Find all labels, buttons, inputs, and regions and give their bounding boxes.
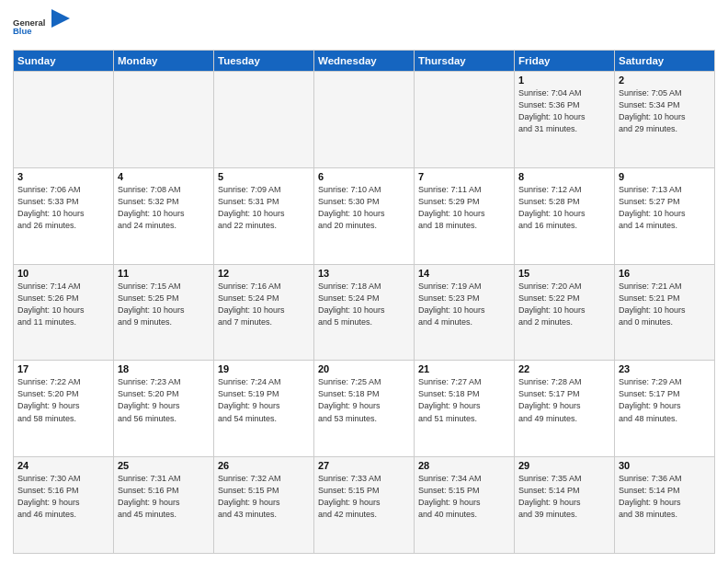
day-cell-10: 10Sunrise: 7:14 AMSunset: 5:26 PMDayligh… — [14, 264, 114, 361]
weekday-header-saturday: Saturday — [615, 51, 715, 72]
day-cell-24: 24Sunrise: 7:30 AMSunset: 5:16 PMDayligh… — [14, 457, 114, 554]
day-cell-6: 6Sunrise: 7:10 AMSunset: 5:30 PMDaylight… — [314, 167, 415, 264]
day-cell-22: 22Sunrise: 7:28 AMSunset: 5:17 PMDayligh… — [515, 361, 615, 457]
day-number: 28 — [418, 460, 510, 471]
weekday-header-row: SundayMondayTuesdayWednesdayThursdayFrid… — [14, 51, 715, 72]
day-number: 2 — [619, 75, 711, 86]
day-number: 22 — [518, 363, 610, 374]
week-row-4: 17Sunrise: 7:22 AMSunset: 5:20 PMDayligh… — [14, 361, 715, 457]
day-info: Sunrise: 7:14 AMSunset: 5:26 PMDaylight:… — [17, 281, 109, 328]
day-info: Sunrise: 7:31 AMSunset: 5:16 PMDaylight:… — [118, 473, 210, 521]
day-cell-16: 16Sunrise: 7:21 AMSunset: 5:21 PMDayligh… — [615, 264, 715, 361]
day-cell-29: 29Sunrise: 7:35 AMSunset: 5:14 PMDayligh… — [515, 457, 615, 554]
day-info: Sunrise: 7:21 AMSunset: 5:21 PMDaylight:… — [619, 281, 711, 328]
day-number: 15 — [518, 268, 610, 279]
day-info: Sunrise: 7:32 AMSunset: 5:15 PMDaylight:… — [218, 473, 310, 521]
day-cell-15: 15Sunrise: 7:20 AMSunset: 5:22 PMDayligh… — [515, 264, 615, 361]
day-cell-14: 14Sunrise: 7:19 AMSunset: 5:23 PMDayligh… — [415, 264, 515, 361]
day-cell-27: 27Sunrise: 7:33 AMSunset: 5:15 PMDayligh… — [314, 457, 415, 554]
day-cell-28: 28Sunrise: 7:34 AMSunset: 5:15 PMDayligh… — [415, 457, 515, 554]
day-cell-12: 12Sunrise: 7:16 AMSunset: 5:24 PMDayligh… — [214, 264, 314, 361]
day-info: Sunrise: 7:35 AMSunset: 5:14 PMDaylight:… — [518, 473, 610, 521]
day-cell-3: 3Sunrise: 7:06 AMSunset: 5:33 PMDaylight… — [14, 167, 114, 264]
logo-svg: General Blue — [13, 9, 48, 44]
day-number: 17 — [17, 363, 109, 374]
empty-cell-0-2 — [214, 72, 314, 168]
empty-cell-0-3 — [314, 72, 415, 168]
day-info: Sunrise: 7:16 AMSunset: 5:24 PMDaylight:… — [218, 281, 310, 328]
day-cell-11: 11Sunrise: 7:15 AMSunset: 5:25 PMDayligh… — [114, 264, 214, 361]
day-info: Sunrise: 7:23 AMSunset: 5:20 PMDaylight:… — [118, 376, 210, 424]
day-number: 20 — [318, 363, 410, 374]
day-info: Sunrise: 7:10 AMSunset: 5:30 PMDaylight:… — [318, 184, 410, 232]
day-cell-25: 25Sunrise: 7:31 AMSunset: 5:16 PMDayligh… — [114, 457, 214, 554]
day-info: Sunrise: 7:30 AMSunset: 5:16 PMDaylight:… — [17, 473, 109, 521]
day-cell-23: 23Sunrise: 7:29 AMSunset: 5:17 PMDayligh… — [615, 361, 715, 457]
day-info: Sunrise: 7:05 AMSunset: 5:34 PMDaylight:… — [619, 87, 711, 135]
day-cell-4: 4Sunrise: 7:08 AMSunset: 5:32 PMDaylight… — [114, 167, 214, 264]
day-info: Sunrise: 7:28 AMSunset: 5:17 PMDaylight:… — [518, 376, 610, 424]
day-number: 24 — [17, 460, 109, 471]
day-number: 19 — [218, 363, 310, 374]
day-info: Sunrise: 7:06 AMSunset: 5:33 PMDaylight:… — [17, 184, 109, 232]
day-info: Sunrise: 7:12 AMSunset: 5:28 PMDaylight:… — [518, 184, 610, 232]
day-number: 1 — [518, 75, 610, 86]
weekday-header-wednesday: Wednesday — [314, 51, 415, 72]
day-number: 4 — [118, 171, 210, 182]
day-info: Sunrise: 7:11 AMSunset: 5:29 PMDaylight:… — [418, 184, 510, 232]
day-info: Sunrise: 7:04 AMSunset: 5:36 PMDaylight:… — [518, 87, 610, 135]
svg-text:Blue: Blue — [13, 26, 32, 36]
day-info: Sunrise: 7:18 AMSunset: 5:24 PMDaylight:… — [318, 281, 410, 328]
header: General Blue — [13, 9, 715, 44]
logo-arrow-icon — [51, 9, 70, 44]
day-info: Sunrise: 7:20 AMSunset: 5:22 PMDaylight:… — [518, 281, 610, 328]
empty-cell-0-1 — [114, 72, 214, 168]
day-cell-18: 18Sunrise: 7:23 AMSunset: 5:20 PMDayligh… — [114, 361, 214, 457]
day-number: 18 — [118, 363, 210, 374]
day-info: Sunrise: 7:19 AMSunset: 5:23 PMDaylight:… — [418, 281, 510, 328]
day-cell-2: 2Sunrise: 7:05 AMSunset: 5:34 PMDaylight… — [615, 72, 715, 168]
day-cell-21: 21Sunrise: 7:27 AMSunset: 5:18 PMDayligh… — [415, 361, 515, 457]
day-info: Sunrise: 7:33 AMSunset: 5:15 PMDaylight:… — [318, 473, 410, 521]
calendar-table: SundayMondayTuesdayWednesdayThursdayFrid… — [13, 50, 715, 554]
empty-cell-0-4 — [415, 72, 515, 168]
day-info: Sunrise: 7:08 AMSunset: 5:32 PMDaylight:… — [118, 184, 210, 232]
day-info: Sunrise: 7:22 AMSunset: 5:20 PMDaylight:… — [17, 376, 109, 424]
day-number: 21 — [418, 363, 510, 374]
weekday-header-monday: Monday — [114, 51, 214, 72]
day-number: 29 — [518, 460, 610, 471]
day-info: Sunrise: 7:27 AMSunset: 5:18 PMDaylight:… — [418, 376, 510, 424]
day-info: Sunrise: 7:36 AMSunset: 5:14 PMDaylight:… — [619, 473, 711, 521]
calendar-header: SundayMondayTuesdayWednesdayThursdayFrid… — [14, 51, 715, 72]
day-info: Sunrise: 7:25 AMSunset: 5:18 PMDaylight:… — [318, 376, 410, 424]
day-number: 16 — [619, 268, 711, 279]
day-info: Sunrise: 7:15 AMSunset: 5:25 PMDaylight:… — [118, 281, 210, 328]
day-number: 25 — [118, 460, 210, 471]
day-number: 9 — [619, 171, 711, 182]
page: General Blue SundayMondayTuesdayWednesda… — [0, 0, 728, 563]
weekday-header-thursday: Thursday — [415, 51, 515, 72]
calendar-body: 1Sunrise: 7:04 AMSunset: 5:36 PMDaylight… — [14, 72, 715, 554]
day-info: Sunrise: 7:24 AMSunset: 5:19 PMDaylight:… — [218, 376, 310, 424]
day-number: 13 — [318, 268, 410, 279]
week-row-1: 1Sunrise: 7:04 AMSunset: 5:36 PMDaylight… — [14, 72, 715, 168]
day-number: 27 — [318, 460, 410, 471]
day-cell-20: 20Sunrise: 7:25 AMSunset: 5:18 PMDayligh… — [314, 361, 415, 457]
day-number: 11 — [118, 268, 210, 279]
week-row-3: 10Sunrise: 7:14 AMSunset: 5:26 PMDayligh… — [14, 264, 715, 361]
day-info: Sunrise: 7:34 AMSunset: 5:15 PMDaylight:… — [418, 473, 510, 521]
day-number: 14 — [418, 268, 510, 279]
day-cell-13: 13Sunrise: 7:18 AMSunset: 5:24 PMDayligh… — [314, 264, 415, 361]
day-cell-7: 7Sunrise: 7:11 AMSunset: 5:29 PMDaylight… — [415, 167, 515, 264]
day-cell-30: 30Sunrise: 7:36 AMSunset: 5:14 PMDayligh… — [615, 457, 715, 554]
day-number: 26 — [218, 460, 310, 471]
day-info: Sunrise: 7:29 AMSunset: 5:17 PMDaylight:… — [619, 376, 711, 424]
day-cell-1: 1Sunrise: 7:04 AMSunset: 5:36 PMDaylight… — [515, 72, 615, 168]
day-cell-19: 19Sunrise: 7:24 AMSunset: 5:19 PMDayligh… — [214, 361, 314, 457]
week-row-2: 3Sunrise: 7:06 AMSunset: 5:33 PMDaylight… — [14, 167, 715, 264]
logo: General Blue — [13, 9, 70, 44]
day-number: 23 — [619, 363, 711, 374]
day-cell-26: 26Sunrise: 7:32 AMSunset: 5:15 PMDayligh… — [214, 457, 314, 554]
day-cell-17: 17Sunrise: 7:22 AMSunset: 5:20 PMDayligh… — [14, 361, 114, 457]
day-number: 3 — [17, 171, 109, 182]
